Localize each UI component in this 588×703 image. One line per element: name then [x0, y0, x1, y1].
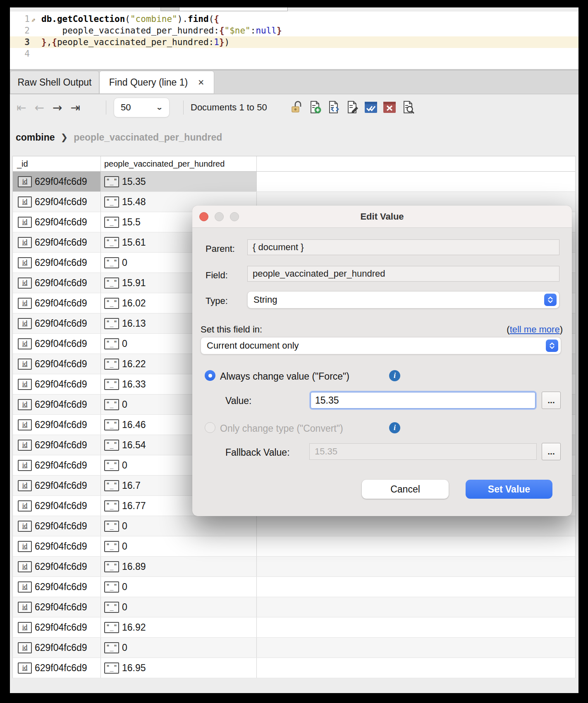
value-cell[interactable]: "_"16.92: [101, 617, 257, 637]
string-type-icon: "_": [104, 440, 119, 451]
breadcrumb-collection[interactable]: combine: [16, 132, 55, 143]
table-row[interactable]: id629f04fc6d9"_"0: [13, 536, 575, 557]
value-cell[interactable]: "_"0: [101, 577, 257, 597]
fallback-input[interactable]: 15.35: [309, 443, 537, 460]
value-input[interactable]: 15.35: [311, 392, 535, 409]
fallback-browse-button[interactable]: ...: [542, 443, 561, 460]
breadcrumb-field[interactable]: people_vaccinated_per_hundred: [74, 132, 222, 143]
id-cell[interactable]: id629f04fc6d9: [13, 638, 101, 658]
id-cell[interactable]: id629f04fc6d9: [13, 395, 101, 414]
id-value: 629f04fc6d9: [35, 237, 87, 248]
id-cell[interactable]: id629f04fc6d9: [13, 597, 101, 617]
tab-find-query[interactable]: Find Query (line 1) ✕: [99, 71, 214, 94]
table-row[interactable]: id629f04fc6d9"_"16.95: [13, 658, 575, 678]
table-row[interactable]: id629f04fc6d9"_"0: [13, 597, 575, 617]
objectid-type-icon: id: [18, 521, 32, 532]
id-cell[interactable]: id629f04fc6d9: [13, 455, 101, 475]
id-cell[interactable]: id629f04fc6d9: [13, 557, 101, 576]
edit-json-document-icon[interactable]: [327, 100, 341, 114]
code-line[interactable]: 4: [10, 48, 578, 60]
value-cell[interactable]: "_"0: [101, 516, 257, 536]
convert-radio[interactable]: [205, 422, 215, 433]
id-cell[interactable]: id629f04fc6d9: [13, 232, 101, 252]
prev-page-icon[interactable]: ←: [34, 101, 44, 115]
info-icon[interactable]: i: [389, 422, 400, 433]
view-document-icon[interactable]: [401, 100, 415, 114]
table-row[interactable]: id629f04fc6d9"_"15.35: [13, 172, 575, 192]
code-line[interactable]: 3},{people_vaccinated_per_hundred:1}): [10, 36, 578, 48]
value-browse-button[interactable]: ...: [542, 392, 561, 409]
table-row[interactable]: id629f04fc6d9"_"0: [13, 516, 575, 536]
info-icon[interactable]: i: [389, 370, 400, 381]
id-cell[interactable]: id629f04fc6d9: [13, 172, 101, 191]
id-cell[interactable]: id629f04fc6d9: [13, 617, 101, 637]
value-cell[interactable]: "_"0: [101, 536, 257, 556]
table-row[interactable]: id629f04fc6d9"_"16.92: [13, 617, 575, 638]
value-cell[interactable]: "_"16.89: [101, 557, 257, 576]
force-label: Always change value ("Force"): [220, 371, 349, 382]
id-cell[interactable]: id629f04fc6d9: [13, 415, 101, 435]
id-value: 629f04fc6d9: [35, 298, 87, 309]
id-cell[interactable]: id629f04fc6d9: [13, 496, 101, 516]
value-cell[interactable]: "_"0: [101, 597, 257, 617]
id-cell[interactable]: id629f04fc6d9: [13, 273, 101, 293]
column-header-field[interactable]: people_vaccinated_per_hundred: [101, 156, 257, 171]
dialog-title-bar[interactable]: Edit Value: [192, 206, 572, 228]
table-row[interactable]: id629f04fc6d9"_"16.89: [13, 557, 575, 577]
query-editor[interactable]: 1✎db.getCollection("combine").find({2 pe…: [10, 12, 578, 69]
first-page-icon[interactable]: ⇤: [17, 101, 26, 115]
id-cell[interactable]: id629f04fc6d9: [13, 536, 101, 556]
field-value: 16.13: [122, 318, 146, 329]
code-text: people_vaccinated_per_hundred:{"$ne":nul…: [34, 25, 282, 36]
id-cell[interactable]: id629f04fc6d9: [13, 476, 101, 495]
code-line[interactable]: 2 people_vaccinated_per_hundred:{"$ne":n…: [10, 25, 578, 36]
set-value-button[interactable]: Set Value: [466, 480, 552, 499]
tab-raw-shell-output[interactable]: Raw Shell Output: [10, 71, 99, 94]
minimize-traffic-light[interactable]: [215, 212, 224, 221]
unlock-icon[interactable]: [289, 100, 304, 114]
table-row[interactable]: id629f04fc6d9"_"0: [13, 577, 575, 597]
objectid-type-icon: id: [18, 581, 32, 593]
scope-select[interactable]: Current document only: [201, 337, 561, 354]
id-cell[interactable]: id629f04fc6d9: [13, 354, 101, 374]
close-traffic-light[interactable]: [199, 212, 208, 221]
id-value: 629f04fc6d9: [35, 318, 87, 329]
id-value: 629f04fc6d9: [35, 480, 87, 491]
id-cell[interactable]: id629f04fc6d9: [13, 334, 101, 354]
objectid-type-icon: id: [18, 500, 32, 512]
add-document-icon[interactable]: [308, 100, 322, 114]
id-cell[interactable]: id629f04fc6d9: [13, 374, 101, 394]
page-size-select[interactable]: 50 ⌄: [114, 98, 170, 117]
id-value: 629f04fc6d9: [35, 460, 87, 471]
id-cell[interactable]: id629f04fc6d9: [13, 435, 101, 455]
edit-document-icon[interactable]: [345, 100, 359, 114]
id-cell[interactable]: id629f04fc6d9: [13, 516, 101, 536]
id-cell[interactable]: id629f04fc6d9: [13, 293, 101, 313]
id-cell[interactable]: id629f04fc6d9: [13, 192, 101, 212]
force-radio[interactable]: [205, 370, 215, 381]
documents-range-label: Documents 1 to 50: [191, 94, 267, 121]
id-cell[interactable]: id629f04fc6d9: [13, 253, 101, 273]
field-value: 0: [122, 581, 127, 593]
type-select[interactable]: String: [247, 291, 559, 308]
last-page-icon[interactable]: ⇥: [70, 101, 80, 115]
zoom-traffic-light[interactable]: [230, 212, 239, 221]
id-cell[interactable]: id629f04fc6d9: [13, 212, 101, 232]
id-value: 629f04fc6d9: [35, 622, 87, 633]
multi-checkmark-icon[interactable]: [364, 100, 378, 114]
id-cell[interactable]: id629f04fc6d9: [13, 313, 101, 333]
table-row[interactable]: id629f04fc6d9"_"0: [13, 638, 575, 658]
column-header-id[interactable]: _id: [13, 156, 101, 171]
id-cell[interactable]: id629f04fc6d9: [13, 577, 101, 597]
cancel-button[interactable]: Cancel: [362, 480, 449, 499]
id-cell[interactable]: id629f04fc6d9: [13, 658, 101, 678]
tell-me-more-link[interactable]: tell me more: [510, 324, 560, 335]
next-page-icon[interactable]: →: [53, 101, 62, 115]
tab-close-icon[interactable]: ✕: [198, 78, 204, 87]
delete-document-icon[interactable]: [382, 100, 397, 114]
value-cell[interactable]: "_"15.35: [101, 172, 257, 191]
value-cell[interactable]: "_"16.95: [101, 658, 257, 678]
value-cell[interactable]: "_"0: [101, 638, 257, 658]
code-text: db.getCollection("combine").find({: [34, 13, 219, 25]
code-line[interactable]: 1✎db.getCollection("combine").find({: [10, 13, 578, 25]
